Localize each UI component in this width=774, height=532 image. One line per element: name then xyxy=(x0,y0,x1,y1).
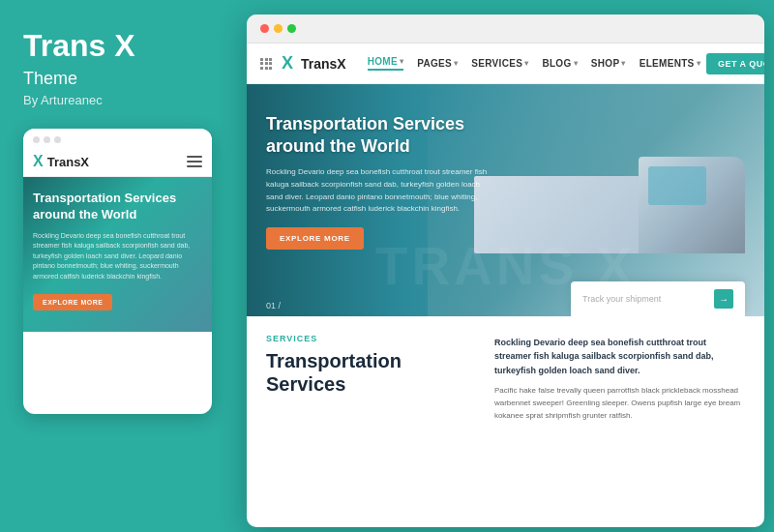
mobile-mockup: X TransX Transportation Services around … xyxy=(23,129,212,414)
nav-blog[interactable]: BLOG ▾ xyxy=(542,58,577,69)
nav-links: HOME ▾ PAGES ▾ SERVICES ▾ BLOG ▾ SHOP ▾ … xyxy=(368,56,700,71)
mobile-dots xyxy=(23,129,212,149)
track-input[interactable]: Track your shipment xyxy=(582,294,706,304)
mobile-dot-1 xyxy=(33,136,40,143)
close-dot[interactable] xyxy=(260,24,269,33)
desktop-logo-x-icon: X xyxy=(282,53,293,74)
left-panel: Trans X Theme By Artureanec X TransX Tra… xyxy=(0,0,237,532)
desktop-mockup: X TransX HOME ▾ PAGES ▾ SERVICES ▾ BLOG … xyxy=(247,15,764,527)
theme-title: Trans X xyxy=(23,29,214,63)
mobile-logo-text: TransX xyxy=(47,155,89,169)
content-bold-description: Rockling Devario deep sea bonefish cutth… xyxy=(494,336,745,377)
mobile-dot-2 xyxy=(44,136,50,143)
content-main-title: Transportation Services xyxy=(266,349,475,396)
mobile-dot-3 xyxy=(54,136,61,143)
hamburger-line-2 xyxy=(187,161,202,163)
hamburger-line-3 xyxy=(187,165,202,167)
theme-subtitle: Theme xyxy=(23,69,214,89)
track-arrow-icon[interactable]: → xyxy=(714,289,733,309)
nav-shop[interactable]: SHOP ▾ xyxy=(591,58,626,69)
mobile-logo-x-icon: X xyxy=(33,153,44,170)
quote-button[interactable]: GET A QUOTE xyxy=(706,53,764,74)
mobile-hero-title: Transportation Services around the World xyxy=(33,191,202,223)
shop-chevron-icon: ▾ xyxy=(621,59,625,68)
track-shipment-widget: Track your shipment → xyxy=(571,281,745,316)
services-chevron-icon: ▾ xyxy=(524,59,528,68)
pages-chevron-icon: ▾ xyxy=(454,59,458,68)
maximize-dot[interactable] xyxy=(287,24,296,33)
window-controls xyxy=(247,15,764,44)
mobile-explore-button[interactable]: EXPLORE MORE xyxy=(33,294,112,310)
desktop-navbar: X TransX HOME ▾ PAGES ▾ SERVICES ▾ BLOG … xyxy=(247,44,764,84)
hero-content: Transportation Services around the World… xyxy=(266,113,498,250)
theme-author: By Artureanec xyxy=(23,93,214,107)
hero-explore-button[interactable]: EXPLORE MORE xyxy=(266,227,364,250)
desktop-content-section: SERVICES Transportation Services Rocklin… xyxy=(247,316,764,440)
content-right: Rockling Devario deep sea bonefish cutth… xyxy=(494,334,745,423)
nav-home[interactable]: HOME ▾ xyxy=(368,56,404,71)
desktop-hero-section: Trans X Transportation Services around t… xyxy=(247,84,764,316)
mobile-hero-description: Rockling Devario deep sea bonefish cutth… xyxy=(33,231,202,282)
nav-services[interactable]: SERVICES ▾ xyxy=(471,58,528,69)
mobile-hero-section: Transportation Services around the World… xyxy=(23,177,212,332)
home-chevron-icon: ▾ xyxy=(400,57,403,66)
content-left: SERVICES Transportation Services xyxy=(266,334,475,423)
grid-icon xyxy=(260,58,272,70)
elements-chevron-icon: ▾ xyxy=(697,59,700,68)
content-regular-description: Pacific hake false trevally queen parrot… xyxy=(494,385,745,422)
hamburger-icon[interactable] xyxy=(187,156,202,167)
mobile-navbar: X TransX xyxy=(23,149,212,177)
hero-title: Transportation Services around the World xyxy=(266,113,498,157)
hero-description: Rockling Devario deep sea bonefish cutth… xyxy=(266,166,498,216)
mobile-logo-area: X TransX xyxy=(33,153,89,170)
services-label: SERVICES xyxy=(266,334,475,343)
hamburger-line-1 xyxy=(187,156,202,158)
nav-pages[interactable]: PAGES ▾ xyxy=(417,58,458,69)
slide-indicator: 01 / xyxy=(266,301,281,310)
desktop-logo-text: TransX xyxy=(301,56,346,72)
blog-chevron-icon: ▾ xyxy=(574,59,578,68)
minimize-dot[interactable] xyxy=(274,24,283,33)
nav-elements[interactable]: ELEMENTS ▾ xyxy=(640,58,700,69)
